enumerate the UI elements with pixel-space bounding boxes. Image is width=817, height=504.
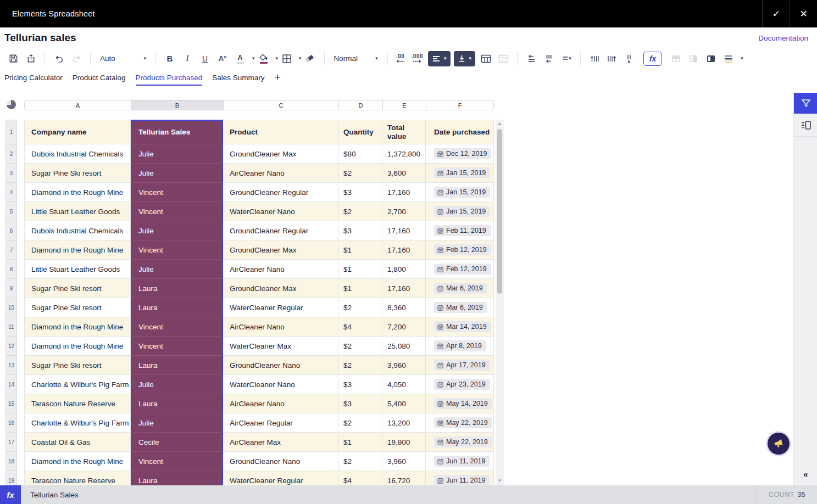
cell-sales-rep[interactable]: Laura [131,298,223,317]
cell-company[interactable]: Tarascon Nature Reserve [24,394,131,413]
tab-pricing-calculator[interactable]: Pricing Calculator [4,71,63,86]
cell-date-purchased[interactable]: Jun 11, 2019 [426,452,494,471]
text-effects-button[interactable]: A° [215,51,230,66]
redo-button[interactable] [69,51,84,66]
borders-button[interactable] [279,51,294,66]
cell-total-value[interactable]: 5,400 [382,394,426,413]
cell-total-value[interactable]: 3,960 [382,452,426,471]
cell-date-purchased[interactable]: Apr 8, 2019 [426,337,494,356]
cell-quantity[interactable]: Quantity [338,120,382,144]
cell-company[interactable]: Dubois Industrial Chemicals [24,144,131,164]
cell-quantity[interactable]: $1 [338,260,382,279]
date-badge[interactable]: Feb 12, 2019 [434,244,491,255]
row-header-7[interactable]: 7 [5,240,17,260]
cell-product[interactable]: AirCleaner Nano [223,394,338,413]
cell-company[interactable]: Charlotte & Wilbur's Pig Farm [24,413,131,433]
cell-product[interactable]: WaterCleaner Regular [223,298,338,317]
cell-quantity[interactable]: $4 [338,471,382,485]
cell-company[interactable]: Tarascon Nature Reserve [24,471,131,485]
cell-date-purchased[interactable]: May 22, 2019 [426,433,494,452]
cell-company[interactable]: Little Stuart Leather Goods [24,260,131,279]
cell-date-purchased[interactable]: Feb 12, 2019 [426,260,494,279]
cell-total-value[interactable]: 17,160 [382,221,426,240]
fill-color-caret-icon[interactable]: ▾ [276,56,279,61]
insert-column-left-button[interactable] [587,51,602,66]
cell-product[interactable]: WaterCleaner Max [223,337,338,356]
cell-quantity[interactable]: $1 [338,433,382,452]
cell-date-purchased[interactable]: Jan 15, 2019 [426,202,494,221]
cell-company[interactable]: Charlotte & Wilbur's Pig Farm [24,375,131,394]
cell-sales-rep[interactable]: Vincent [131,452,223,471]
cell-total-value[interactable]: 3,960 [382,356,426,375]
insert-row-above-button[interactable] [524,51,539,66]
cell-quantity[interactable]: $2 [338,202,382,221]
cell-company[interactable]: Diamond in the Rough Mine [24,317,131,337]
cell-product[interactable]: AirCleaner Nano [223,260,338,279]
column-header-D[interactable]: D [339,100,383,110]
horizontal-align-button[interactable]: ▾ [428,51,451,66]
cell-sales-rep[interactable]: Laura [131,356,223,375]
cell-product[interactable]: AirCleaner Nano [223,317,338,337]
cell-sales-rep[interactable]: Julie [131,375,223,394]
vertical-scrollbar[interactable]: ▲ ▼ [496,120,504,485]
underline-button[interactable]: U [197,51,213,66]
row-header-16[interactable]: 16 [5,413,17,433]
cell-quantity[interactable]: $3 [338,394,382,413]
cell-sales-rep[interactable]: Tellurian Sales [131,120,223,144]
row-header-3[interactable]: 3 [5,164,17,183]
cell-total-value[interactable]: 17,160 [382,240,426,260]
date-badge[interactable]: Jan 15, 2019 [434,206,490,217]
cell-total-value[interactable]: 16,720 [382,471,426,485]
cell-date-purchased[interactable]: Mar 6, 2019 [426,298,494,317]
insert-row-below-button[interactable] [541,51,557,66]
cell-product[interactable]: WaterCleaner Regular [223,471,338,485]
cell-sales-rep[interactable]: Julie [131,164,223,183]
decrease-decimals-button[interactable]: .00 [396,54,405,63]
text-color-caret-icon[interactable]: ▾ [252,56,255,61]
date-badge[interactable]: Apr 17, 2019 [434,360,490,371]
bold-button[interactable]: B [162,51,177,66]
cell-quantity[interactable]: $3 [338,183,382,202]
cell-quantity[interactable]: $3 [338,375,382,394]
tab-sales-summary[interactable]: Sales Summary [212,71,264,86]
tab-product-catalog[interactable]: Product Catalog [73,71,126,86]
cell-date-purchased[interactable]: May 22, 2019 [426,413,494,433]
cell-total-value[interactable]: Total value [382,120,426,144]
cell-total-value[interactable]: 8,360 [382,298,426,317]
column-header-E[interactable]: E [383,100,426,110]
freeze-columns-button[interactable] [686,51,701,66]
cell-quantity[interactable]: $1 [338,240,382,260]
cell-quantity[interactable]: $2 [338,164,382,183]
cell-total-value[interactable]: 25,080 [382,337,426,356]
cell-company[interactable]: Sugar Pine Ski resort [24,279,131,298]
unmerge-cells-button[interactable] [496,51,511,66]
row-header-11[interactable]: 11 [5,317,17,337]
cell-company[interactable]: Company name [24,120,131,144]
cell-product[interactable]: AirCleaner Regular [223,413,338,433]
select-all-button[interactable] [7,100,16,109]
date-badge[interactable]: Feb 11, 2019 [434,225,491,236]
cell-quantity[interactable]: $2 [338,413,382,433]
row-header-1[interactable]: 1 [5,120,17,144]
cell-sales-rep[interactable]: Vincent [131,183,223,202]
cell-company[interactable]: Diamond in the Rough Mine [24,240,131,260]
cell-total-value[interactable]: 13,200 [382,413,426,433]
tab-products-purchased[interactable]: Products Purchased [136,71,203,86]
row-height-button[interactable] [721,51,736,66]
date-badge[interactable]: Apr 23, 2019 [434,379,490,390]
row-height-caret-icon[interactable]: ▾ [741,56,743,61]
cell-date-purchased[interactable]: Dec 12, 2019 [426,144,494,164]
cell-date-purchased[interactable]: Apr 23, 2019 [426,375,494,394]
cell-product[interactable]: GroundCleaner Nano [223,356,338,375]
cell-sales-rep[interactable]: Laura [131,471,223,485]
cell-sales-rep[interactable]: Laura [131,279,223,298]
cell-total-value[interactable]: 2,700 [382,202,426,221]
row-header-9[interactable]: 9 [5,279,17,298]
cell-total-value[interactable]: 1,800 [382,260,426,279]
cell-total-value[interactable]: 17,160 [382,183,426,202]
cell-date-purchased[interactable]: Mar 6, 2019 [426,279,494,298]
cell-total-value[interactable]: 7,200 [382,317,426,337]
date-badge[interactable]: Mar 14, 2019 [434,321,491,332]
cell-sales-rep[interactable]: Vincent [131,317,223,337]
date-badge[interactable]: May 22, 2019 [434,436,492,447]
